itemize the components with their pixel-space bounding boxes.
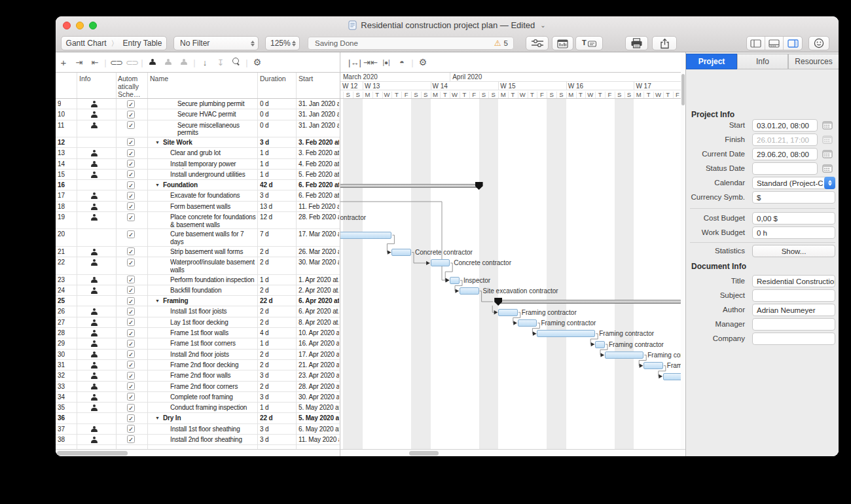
progress-circle-icon[interactable]: ◓ [394, 58, 410, 67]
task-start[interactable]: 28. Apr 2020 at… [299, 383, 339, 390]
disclosure-triangle-icon[interactable]: ▼ [155, 416, 160, 420]
task-start[interactable]: 10. Apr 2020 at… [299, 329, 339, 336]
table-row[interactable]: 38✓Install 2nd floor sheathing3 d11. May… [56, 435, 340, 445]
tab-resources[interactable]: Resources [788, 54, 839, 69]
field-input-currency-symb-[interactable]: $ [752, 191, 835, 204]
collapse-timeline-icon[interactable]: ⇥⇤ [363, 58, 378, 67]
task-duration[interactable]: 3 d [260, 139, 294, 146]
task-start[interactable]: 28. Feb 2020 a… [299, 213, 339, 221]
import-icon[interactable]: ↧ [213, 58, 228, 67]
task-start[interactable]: 5. May 2020 at… [299, 414, 339, 422]
task-start[interactable]: 5. May 2020 at… [299, 404, 339, 411]
task-duration[interactable]: 3 d [260, 425, 294, 433]
task-name[interactable]: Conduct framing inspection [170, 404, 256, 412]
task-duration[interactable]: 13 d [260, 203, 294, 210]
task-start[interactable]: 5. Feb 2020 at… [299, 171, 339, 178]
task-duration[interactable]: 1 d [260, 340, 294, 347]
task-name[interactable]: Dry In [163, 414, 255, 422]
field-input-subject[interactable] [752, 289, 835, 302]
resource-icon[interactable] [160, 58, 176, 67]
field-input-start[interactable]: 03.01.20, 08:00 [752, 119, 818, 132]
field-input-current-date[interactable]: 29.06.20, 08:00 [752, 148, 818, 160]
task-duration[interactable]: 2 d [260, 308, 294, 315]
table-hscroll-thumb[interactable] [57, 451, 128, 456]
minimize-button[interactable] [76, 22, 84, 29]
table-row[interactable]: 25✓▼Framing22 d6. Apr 2020 at… [56, 296, 340, 306]
autoschedule-checkbox[interactable]: ✓ [127, 202, 135, 210]
task-duration[interactable]: 4 d [260, 329, 294, 336]
task-bar[interactable] [663, 373, 681, 380]
task-name[interactable]: Frame 2nd floor walls [170, 372, 256, 380]
task-name[interactable]: Frame 1st floor corners [170, 340, 256, 348]
autoschedule-checkbox[interactable]: ✓ [127, 340, 135, 348]
task-duration[interactable]: 12 d [260, 213, 294, 221]
summary-bar[interactable] [340, 184, 479, 188]
autoschedule-checkbox[interactable]: ✓ [127, 138, 135, 146]
column-header-name[interactable]: Name [150, 75, 168, 82]
resource-reload-icon[interactable] [176, 58, 192, 67]
field-input-company[interactable] [752, 333, 835, 345]
task-duration[interactable]: 2 d [260, 383, 294, 390]
task-duration[interactable]: 22 d [260, 297, 294, 304]
move-down-icon[interactable]: ↓ [197, 58, 213, 67]
autoschedule-checkbox[interactable]: ✓ [127, 149, 135, 157]
task-duration[interactable]: 3 d [260, 192, 294, 199]
table-row[interactable]: 13✓Clear and grub lot1 d3. Feb 2020 at… [56, 148, 340, 158]
task-start[interactable]: 30. Mar 2020 a… [299, 259, 339, 266]
task-start[interactable]: 6. Feb 2020 at… [299, 181, 339, 189]
task-name[interactable]: Install underground utilities [170, 171, 256, 179]
select-stepper-icon[interactable] [824, 177, 835, 189]
zoom-stepper[interactable]: 125% [265, 36, 300, 50]
task-bar[interactable] [340, 232, 391, 239]
task-start[interactable]: 1. Apr 2020 at… [299, 276, 339, 283]
task-duration[interactable]: 1 d [260, 160, 294, 168]
disclosure-triangle-icon[interactable]: ▼ [155, 298, 160, 303]
print-button[interactable] [625, 36, 648, 50]
settings-sliders-button[interactable] [526, 36, 549, 50]
task-duration[interactable]: 0 d [260, 122, 294, 129]
task-duration[interactable]: 2 d [260, 351, 294, 358]
autoschedule-checkbox[interactable]: ✓ [127, 286, 135, 294]
toggle-bottom-panel-button[interactable] [765, 37, 784, 50]
table-settings-gear-icon[interactable]: ⚙ [249, 57, 265, 67]
assign-resource-icon[interactable] [145, 58, 160, 67]
tab-info[interactable]: Info [737, 54, 788, 69]
tab-project[interactable]: Project [686, 54, 737, 69]
task-start[interactable]: 6. Apr 2020 at… [299, 308, 339, 315]
fit-timeline-icon[interactable]: |↔| [347, 58, 363, 67]
title-chevron-down-icon[interactable]: ⌄ [540, 22, 545, 29]
autoschedule-checkbox[interactable]: ✓ [127, 297, 135, 305]
task-name[interactable]: Install 1st floor sheathing [170, 425, 256, 433]
table-row[interactable]: 21✓Strip basement wall forms2 d26. Mar 2… [56, 247, 340, 257]
autoschedule-checkbox[interactable]: ✓ [127, 276, 135, 283]
outdent-task-icon[interactable]: ⇤ [87, 58, 103, 67]
table-row[interactable]: 18✓Form basement walls13 d11. Feb 2020 a… [56, 202, 340, 212]
task-bar[interactable] [431, 259, 450, 266]
table-row[interactable]: 33✓Frame 2nd floor corners2 d28. Apr 202… [56, 382, 340, 392]
table-row[interactable]: 30✓Install 2nd floor joists2 d17. Apr 20… [56, 350, 340, 360]
task-name[interactable]: Install temporary power service [170, 160, 256, 169]
show-statistics-button[interactable]: Show... [752, 245, 835, 257]
task-name[interactable]: Secure miscellaneous permits [177, 122, 256, 137]
task-name[interactable]: Perform foundation inspection [170, 276, 256, 284]
task-name[interactable]: Site Work [163, 139, 255, 146]
summary-bar[interactable] [498, 300, 681, 304]
autoschedule-checkbox[interactable]: ✓ [127, 435, 135, 443]
autoschedule-checkbox[interactable]: ✓ [127, 361, 135, 369]
autoschedule-checkbox[interactable]: ✓ [127, 414, 135, 422]
date-picker-button[interactable] [820, 148, 835, 160]
task-start[interactable]: 30. Apr 2020 at… [299, 393, 339, 401]
task-bar[interactable] [518, 319, 537, 327]
table-row[interactable]: 34✓Complete roof framing3 d30. Apr 2020 … [56, 392, 340, 403]
task-bar[interactable] [605, 351, 643, 359]
column-header-autoschedule[interactable]: Autom atically Sche… [118, 75, 147, 98]
disclosure-triangle-icon[interactable]: ▼ [155, 140, 160, 145]
gantt-vertical-scrollbar[interactable] [681, 52, 685, 449]
task-bar[interactable] [450, 277, 460, 284]
date-picker-button[interactable] [820, 162, 835, 175]
field-input-title[interactable]: Residential Construction [752, 275, 835, 287]
task-name[interactable]: Frame 1st floor walls [170, 329, 256, 337]
autoschedule-checkbox[interactable]: ✓ [127, 160, 135, 168]
task-name[interactable]: Place concrete for foundations & basemen… [170, 213, 256, 228]
vertical-scroll-thumb[interactable] [681, 74, 685, 105]
